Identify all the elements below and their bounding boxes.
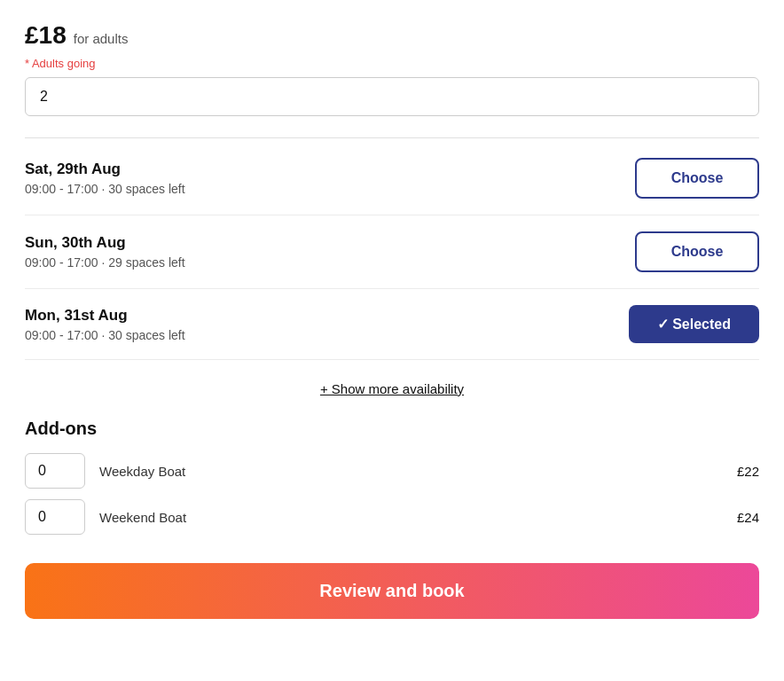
selected-button[interactable]: ✓ Selected — [629, 305, 759, 343]
review-book-button[interactable]: Review and book — [25, 563, 759, 619]
show-more-section: + Show more availability — [25, 381, 759, 397]
date-info: Sun, 30th Aug09:00 - 17:00 · 29 spaces l… — [25, 234, 185, 270]
date-info: Sat, 29th Aug09:00 - 17:00 · 30 spaces l… — [25, 160, 185, 196]
choose-button[interactable]: Choose — [635, 231, 759, 272]
choose-button[interactable]: Choose — [635, 158, 759, 199]
addon-input-addon-weekday[interactable] — [25, 453, 85, 489]
addon-price: £24 — [737, 510, 759, 525]
addon-name: Weekend Boat — [99, 510, 723, 525]
date-row-0: Sat, 29th Aug09:00 - 17:00 · 30 spaces l… — [25, 142, 759, 215]
date-row-2: Mon, 31st Aug09:00 - 17:00 · 30 spaces l… — [25, 289, 759, 360]
addons-title: Add-ons — [25, 419, 759, 439]
addon-name: Weekday Boat — [99, 464, 723, 479]
adults-label: * Adults going — [25, 57, 759, 70]
price-row: £18 for adults — [25, 21, 759, 50]
date-detail: 09:00 - 17:00 · 30 spaces left — [25, 182, 185, 196]
divider — [25, 137, 759, 138]
addon-input-addon-weekend[interactable] — [25, 499, 85, 535]
date-detail: 09:00 - 17:00 · 29 spaces left — [25, 255, 185, 270]
addon-row-1: Weekend Boat£24 — [25, 499, 759, 535]
addons-container: Weekday Boat£22Weekend Boat£24 — [25, 453, 759, 535]
booking-panel: £18 for adults * Adults going Sat, 29th … — [0, 0, 784, 681]
addon-price: £22 — [737, 464, 759, 479]
date-detail: 09:00 - 17:00 · 30 spaces left — [25, 328, 185, 342]
date-row-1: Sun, 30th Aug09:00 - 17:00 · 29 spaces l… — [25, 215, 759, 289]
addons-section: Add-ons Weekday Boat£22Weekend Boat£24 — [25, 419, 759, 535]
date-title: Sat, 29th Aug — [25, 160, 185, 178]
show-more-button[interactable]: + Show more availability — [320, 381, 464, 396]
price-amount: £18 — [25, 21, 67, 50]
date-title: Sun, 30th Aug — [25, 234, 185, 252]
addon-row-0: Weekday Boat£22 — [25, 453, 759, 489]
adults-input[interactable] — [25, 77, 759, 116]
date-title: Mon, 31st Aug — [25, 307, 185, 325]
price-label: for adults — [74, 31, 129, 46]
date-rows-container: Sat, 29th Aug09:00 - 17:00 · 30 spaces l… — [25, 142, 759, 360]
date-info: Mon, 31st Aug09:00 - 17:00 · 30 spaces l… — [25, 307, 185, 342]
